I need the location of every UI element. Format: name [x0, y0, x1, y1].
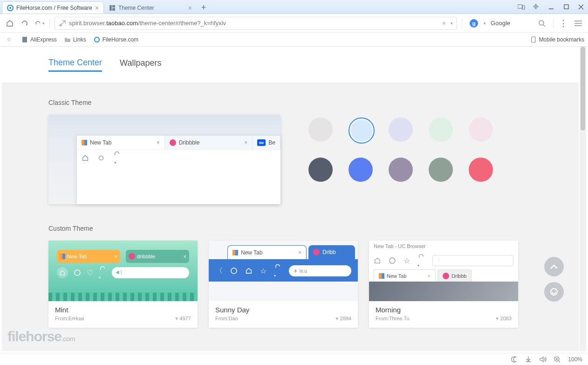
swatch-6[interactable]: [308, 158, 333, 182]
newtab-icon: [232, 250, 238, 255]
bookmark-filehorse[interactable]: FileHorse.com: [94, 36, 138, 43]
swatch-5[interactable]: [469, 117, 493, 142]
theme-name: Morning: [376, 306, 512, 314]
search-segment[interactable]: g ▾ Google: [467, 19, 548, 28]
close-icon[interactable]: ×: [92, 4, 99, 12]
minimize-button[interactable]: [547, 3, 555, 11]
theme-icon: [109, 5, 116, 11]
maximize-button[interactable]: [562, 3, 570, 11]
bookmark-bar: ☆ AliExpress Links FileHorse.com Mobile …: [0, 33, 588, 47]
theme-likes: 4977: [180, 316, 191, 321]
swatch-1[interactable]: [308, 117, 333, 142]
svg-rect-3: [112, 5, 115, 7]
theme-likes: 2884: [340, 316, 351, 321]
theme-card-sunny[interactable]: New Tab× Dribb 〈 ☆ ▾ ✈in.u Sunny Day Fro…: [209, 241, 358, 328]
classic-preview[interactable]: New Tab× Dribbble× BēBe ▾: [48, 115, 280, 204]
browser-tab-filehorse[interactable]: FileHorse.com / Free Software ×: [2, 1, 104, 14]
mute-icon[interactable]: [539, 356, 547, 363]
scrollbar-thumb[interactable]: [581, 47, 585, 131]
status-bar: 100%: [0, 353, 588, 365]
preview-tab-dribbble: Dribbble×: [165, 136, 253, 150]
section-title: Classic Theme: [48, 99, 532, 106]
browser-toolbar: ▾ spirit.browser.taobao.com/theme-center…: [0, 14, 588, 33]
theme-author: From:ErHuai: [55, 316, 84, 321]
swatch-2[interactable]: [349, 117, 375, 144]
morning-tab-dribbble: Dribbb: [438, 269, 472, 282]
swatch-4[interactable]: [429, 117, 453, 142]
search-icon[interactable]: [538, 20, 546, 27]
svg-point-12: [539, 21, 544, 25]
address-bar[interactable]: spirit.browser.taobao.com/theme-center#/…: [55, 17, 457, 30]
svg-point-22: [231, 268, 237, 274]
url-text: spirit.browser.taobao.com/theme-center#/…: [69, 20, 438, 27]
bookmark-star-icon[interactable]: ☆: [4, 34, 14, 45]
mint-tab-newtab: New Tab×: [57, 250, 120, 263]
undo-icon: ▾: [274, 263, 281, 279]
reload-icon: [74, 269, 81, 276]
back-button[interactable]: ▾: [34, 18, 45, 28]
support-button[interactable]: [544, 282, 564, 302]
theme-card-mint[interactable]: New Tab× dribbble× ♡ ▾ ◀ | Mint From:ErH…: [48, 241, 198, 328]
home-button[interactable]: [5, 18, 15, 28]
new-tab-button[interactable]: +: [197, 1, 210, 14]
swatch-10[interactable]: [469, 158, 493, 182]
svg-point-21: [75, 270, 80, 275]
chevron-down-icon[interactable]: ▾: [484, 21, 486, 26]
bookmark-aliexpress[interactable]: AliExpress: [21, 36, 57, 43]
vertical-scrollbar[interactable]: [580, 47, 586, 351]
page-icon: [21, 36, 28, 43]
theme-author: From:Three.Tu: [376, 316, 410, 321]
close-icon[interactable]: ×: [185, 4, 192, 12]
site-icon: [59, 20, 66, 27]
undo-icon: ▾: [417, 253, 425, 269]
bookmark-star-icon[interactable]: ★: [441, 20, 447, 27]
extension-icon[interactable]: [532, 3, 540, 11]
reload-icon: [230, 267, 238, 275]
theme-card-morning[interactable]: New Tab - UC Browser ☆ ▾ 〈 New Tab× Drib…: [369, 241, 518, 328]
newtab-icon: [60, 254, 65, 259]
morning-tab-newtab: New Tab×: [374, 269, 436, 282]
download-icon[interactable]: [525, 356, 532, 363]
browser-titlebar: FileHorse.com / Free Software × Theme Ce…: [0, 0, 588, 14]
bookmark-links[interactable]: Links: [64, 36, 86, 43]
sunny-tab-dribbble: Dribb: [308, 245, 355, 259]
heart-icon: ♥: [496, 316, 499, 321]
zoom-icon[interactable]: [554, 356, 561, 363]
tab-theme-center[interactable]: Theme Center: [48, 58, 102, 72]
swatch-7[interactable]: [349, 158, 373, 182]
browser-tabstrip: FileHorse.com / Free Software × Theme Ce…: [0, 0, 517, 14]
swatch-8[interactable]: [389, 158, 413, 182]
menu-button[interactable]: [573, 18, 583, 28]
tab-wallpapers[interactable]: Wallpapers: [120, 58, 161, 71]
dribbble-icon: [443, 273, 449, 279]
theme-author: From:Dan: [215, 316, 238, 321]
svg-rect-19: [532, 37, 535, 42]
browser-tab-label: FileHorse.com / Free Software: [16, 5, 92, 11]
swatch-3[interactable]: [389, 117, 413, 142]
home-icon: [82, 154, 89, 162]
svg-rect-17: [22, 37, 27, 42]
svg-rect-6: [522, 6, 525, 9]
browser-tab-themecenter[interactable]: Theme Center ×: [104, 1, 197, 14]
back-icon: 〈: [215, 266, 223, 276]
section-title: Custom Theme: [48, 225, 532, 232]
back-icon: ▾: [113, 150, 121, 166]
morning-window-title: New Tab - UC Browser: [374, 243, 426, 249]
chevron-down-icon[interactable]: ▾: [451, 21, 453, 26]
custom-theme-section: Custom Theme New Tab× dribbble× ♡ ▾ ◀ |: [2, 209, 579, 332]
mobile-bookmarks[interactable]: Mobile bookmarks: [530, 36, 584, 43]
scroll-top-button[interactable]: [544, 257, 564, 276]
color-swatches: [308, 115, 495, 204]
theme-name: Mint: [55, 306, 191, 314]
svg-point-18: [95, 37, 99, 42]
swatch-9[interactable]: [429, 158, 453, 182]
newtab-icon: [82, 140, 87, 145]
devices-icon[interactable]: [517, 3, 526, 11]
browser-tab-label: Theme Center: [118, 5, 185, 11]
night-mode-icon[interactable]: [511, 356, 518, 363]
svg-rect-4: [112, 8, 115, 11]
reload-button[interactable]: [20, 18, 30, 28]
more-button[interactable]: ⋮: [558, 18, 568, 28]
close-button[interactable]: [577, 3, 585, 11]
page-viewport: Theme Center Wallpapers Classic Theme Ne…: [2, 47, 579, 351]
